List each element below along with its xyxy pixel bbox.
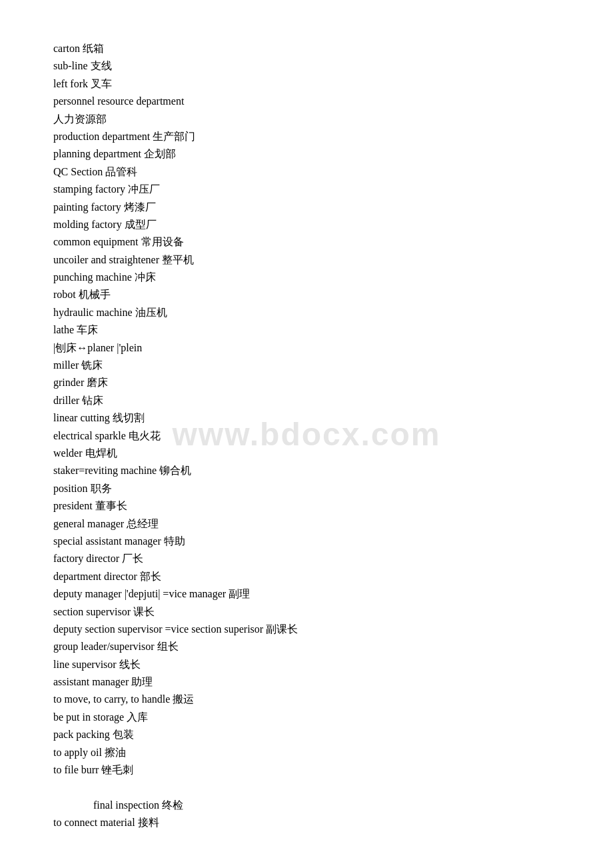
list-item: to file burr 锉毛刺 bbox=[53, 761, 560, 779]
list-item: linear cutting 线切割 bbox=[53, 409, 560, 427]
list-item: 人力资源部 bbox=[53, 111, 560, 128]
list-item: painting factory 烤漆厂 bbox=[53, 199, 560, 216]
list-item: production department 生产部门 bbox=[53, 128, 560, 145]
list-item: sub-line 支线 bbox=[53, 57, 560, 75]
list-item: be put in storage 入库 bbox=[53, 709, 560, 726]
list-item: group leader/supervisor 组长 bbox=[53, 638, 560, 655]
list-item: common equipment 常用设备 bbox=[53, 233, 560, 251]
list-item: QC Section 品管科 bbox=[53, 163, 560, 181]
list-item: to connect material 接料 bbox=[53, 814, 560, 831]
list-item: robot 机械手 bbox=[53, 286, 560, 303]
list-item: to move, to carry, to handle 搬运 bbox=[53, 691, 560, 708]
list-item: section supervisor 课长 bbox=[53, 603, 560, 621]
list-item: to apply oil 擦油 bbox=[53, 744, 560, 761]
list-item: welder 电焊机 bbox=[53, 445, 560, 462]
list-item: molding factory 成型厂 bbox=[53, 216, 560, 233]
list-item: grinder 磨床 bbox=[53, 374, 560, 391]
list-item: special assistant manager 特助 bbox=[53, 533, 560, 550]
list-item: position 职务 bbox=[53, 480, 560, 497]
list-item: electrical sparkle 电火花 bbox=[53, 427, 560, 445]
list-item: deputy manager |'depjuti| =vice manager … bbox=[53, 585, 560, 603]
content-area: carton 纸箱sub-line 支线left fork 叉车personne… bbox=[53, 40, 560, 832]
list-item: personnel resource department bbox=[53, 93, 560, 110]
list-item: stamping factory 冲压厂 bbox=[53, 181, 560, 198]
list-item: department director 部长 bbox=[53, 568, 560, 585]
list-item: hydraulic machine 油压机 bbox=[53, 304, 560, 321]
list-item: driller 钻床 bbox=[53, 392, 560, 409]
list-item: assistant manager 助理 bbox=[53, 673, 560, 691]
empty-line bbox=[53, 779, 560, 796]
list-item: left fork 叉车 bbox=[53, 75, 560, 93]
list-item: uncoiler and straightener 整平机 bbox=[53, 251, 560, 269]
list-item: factory director 厂长 bbox=[53, 550, 560, 567]
list-item: |刨床↔planer |'plein bbox=[53, 339, 560, 357]
list-item: planning department 企划部 bbox=[53, 145, 560, 163]
list-item: lathe 车床 bbox=[53, 321, 560, 339]
list-item: line supervisor 线长 bbox=[53, 656, 560, 673]
list-item: final inspection 终检 bbox=[53, 797, 560, 814]
list-item: deputy section supervisor =vice section … bbox=[53, 621, 560, 638]
list-item: president 董事长 bbox=[53, 497, 560, 515]
list-item: punching machine 冲床 bbox=[53, 269, 560, 286]
list-item: general manager 总经理 bbox=[53, 515, 560, 533]
list-item: carton 纸箱 bbox=[53, 40, 560, 57]
list-item: staker=reviting machine 铆合机 bbox=[53, 462, 560, 479]
list-item: miller 铣床 bbox=[53, 357, 560, 374]
list-item: pack packing 包装 bbox=[53, 726, 560, 743]
